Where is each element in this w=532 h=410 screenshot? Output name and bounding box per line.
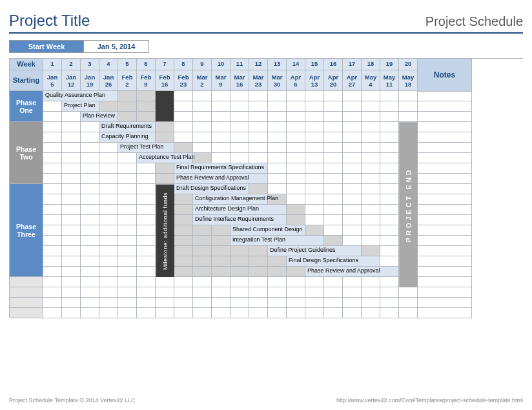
cell[interactable] (380, 246, 399, 256)
cell[interactable] (81, 215, 99, 225)
cell[interactable] (212, 101, 230, 112)
cell[interactable] (43, 153, 62, 163)
cell[interactable] (230, 101, 249, 112)
cell[interactable] (43, 163, 62, 174)
cell[interactable] (362, 308, 380, 318)
cell[interactable] (174, 298, 193, 308)
cell[interactable] (362, 163, 380, 174)
cell[interactable] (324, 205, 343, 215)
cell[interactable] (380, 287, 399, 298)
cell[interactable] (324, 101, 343, 112)
cell[interactable] (174, 122, 193, 132)
cell[interactable] (324, 308, 343, 318)
cell[interactable] (62, 132, 81, 143)
cell[interactable] (43, 112, 62, 122)
cell[interactable] (212, 122, 230, 132)
cell[interactable] (287, 277, 305, 287)
cell[interactable] (43, 174, 62, 184)
cell[interactable] (362, 215, 380, 225)
cell[interactable] (43, 236, 62, 246)
cell[interactable] (230, 308, 249, 318)
cell[interactable] (193, 277, 212, 287)
cell[interactable] (380, 132, 399, 143)
cell[interactable] (324, 122, 343, 132)
cell[interactable] (343, 112, 362, 122)
cell[interactable] (324, 174, 343, 184)
cell[interactable] (380, 277, 399, 287)
task-bar[interactable]: Configuration Management Plan (193, 194, 268, 205)
cell[interactable] (362, 143, 380, 153)
cell[interactable] (43, 132, 62, 143)
cell[interactable] (230, 112, 249, 122)
cell[interactable] (249, 298, 268, 308)
cell[interactable] (62, 122, 81, 132)
cell[interactable] (268, 122, 287, 132)
cell[interactable] (118, 267, 137, 277)
cell[interactable] (81, 308, 99, 318)
cell[interactable] (343, 101, 362, 112)
cell[interactable] (81, 277, 99, 287)
cell[interactable] (287, 287, 305, 298)
cell[interactable] (43, 122, 62, 132)
cell[interactable] (137, 236, 156, 246)
cell[interactable] (156, 277, 174, 287)
cell[interactable] (81, 246, 99, 256)
cell[interactable] (305, 163, 324, 174)
cell[interactable] (137, 184, 156, 194)
cell[interactable] (287, 132, 305, 143)
cell[interactable] (81, 153, 99, 163)
task-bar[interactable]: Define Interface Requirements (193, 215, 287, 225)
cell[interactable] (62, 112, 81, 122)
cell[interactable] (81, 236, 99, 246)
cell[interactable] (249, 277, 268, 287)
cell[interactable] (324, 287, 343, 298)
cell[interactable] (43, 225, 62, 236)
cell[interactable] (43, 256, 62, 267)
cell[interactable] (174, 287, 193, 298)
cell[interactable] (324, 143, 343, 153)
cell[interactable] (156, 298, 174, 308)
cell[interactable] (305, 143, 324, 153)
cell[interactable] (399, 308, 418, 318)
cell[interactable] (212, 143, 230, 153)
cell[interactable] (99, 205, 118, 215)
cell[interactable] (287, 91, 305, 101)
cell[interactable] (362, 205, 380, 215)
cell[interactable] (324, 194, 343, 205)
cell[interactable] (118, 308, 137, 318)
cell[interactable] (174, 277, 193, 287)
cell[interactable] (81, 122, 99, 132)
cell[interactable] (137, 287, 156, 298)
cell[interactable] (137, 215, 156, 225)
cell[interactable] (362, 91, 380, 101)
cell[interactable] (305, 112, 324, 122)
cell[interactable] (193, 101, 212, 112)
cell[interactable] (362, 122, 380, 132)
cell[interactable] (174, 112, 193, 122)
cell[interactable] (287, 184, 305, 194)
cell[interactable] (99, 225, 118, 236)
cell[interactable] (137, 298, 156, 308)
cell[interactable] (343, 277, 362, 287)
cell[interactable] (287, 101, 305, 112)
cell[interactable] (324, 277, 343, 287)
cell[interactable] (399, 112, 418, 122)
cell[interactable] (156, 287, 174, 298)
cell[interactable] (118, 298, 137, 308)
cell[interactable] (343, 215, 362, 225)
cell[interactable] (99, 298, 118, 308)
cell[interactable] (305, 122, 324, 132)
cell[interactable] (230, 153, 249, 163)
cell[interactable] (43, 267, 62, 277)
task-bar[interactable]: Project Plan (62, 101, 99, 112)
cell[interactable] (343, 236, 362, 246)
cell[interactable] (118, 205, 137, 215)
cell[interactable] (62, 174, 81, 184)
cell[interactable] (62, 205, 81, 215)
cell[interactable] (62, 308, 81, 318)
cell[interactable] (324, 225, 343, 236)
cell[interactable] (343, 287, 362, 298)
cell[interactable] (118, 163, 137, 174)
cell[interactable] (380, 112, 399, 122)
cell[interactable] (268, 287, 287, 298)
